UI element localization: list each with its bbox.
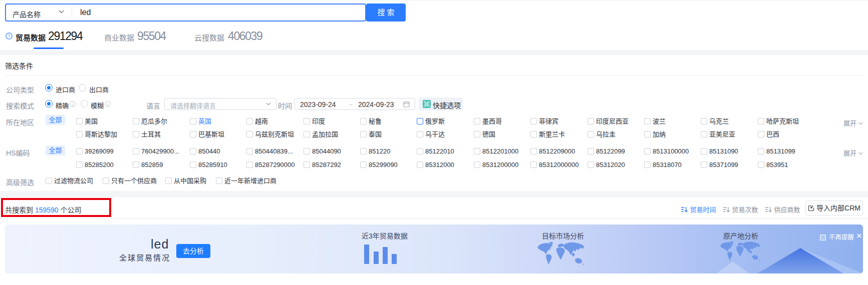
- svg-text:?: ?: [8, 34, 11, 38]
